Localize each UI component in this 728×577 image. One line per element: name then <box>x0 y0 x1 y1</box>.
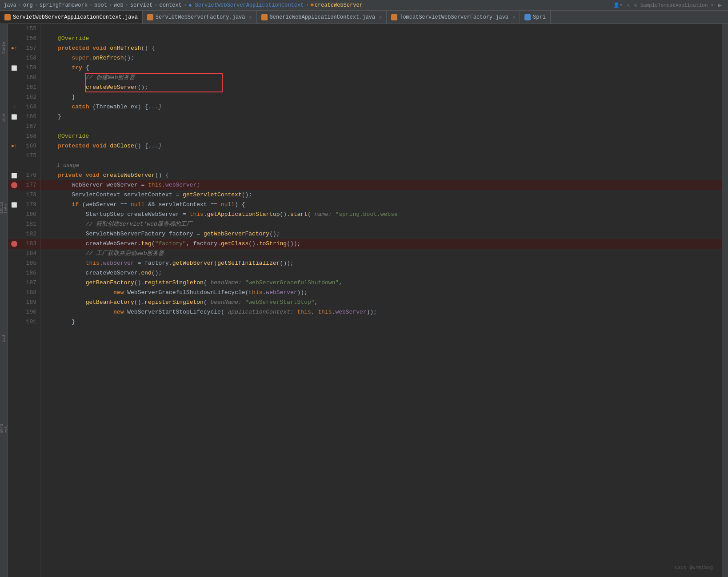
code-text <box>44 73 86 83</box>
comment: // 获取创建Servlet'web服务器的工厂 <box>86 219 192 229</box>
gutter-row <box>8 73 20 83</box>
tab-close-icon[interactable]: ✕ <box>379 15 382 20</box>
gutter-row <box>8 151 20 161</box>
keyword: void <box>92 141 106 151</box>
keyword: private <box>58 171 82 180</box>
tab-tomcat-servlet[interactable]: TomcatServletWebServerFactory.java ✕ <box>387 11 520 24</box>
type-name: ServletWebServerFactory <box>86 229 165 239</box>
gutter-row <box>8 259 20 268</box>
code-text: ex) { <box>127 102 148 112</box>
tab-servlet-web-server[interactable]: ServletWebServerApplicationContext.java <box>0 11 143 24</box>
breadcrumb-item[interactable]: boot <box>94 2 107 8</box>
tab-servlet-web-server-factory[interactable]: ServletWebServerFactory.java ✕ <box>143 11 257 24</box>
line-number: 181 <box>20 219 40 229</box>
tab-close-icon[interactable]: ✕ <box>249 15 252 20</box>
line-number-highlighted: 177 <box>20 180 40 190</box>
breadcrumb-item[interactable]: servlet <box>130 2 152 8</box>
code-line-189: getBeanFactory().registerSingleton( bean… <box>40 298 722 307</box>
tab-generic-web[interactable]: GenericWebApplicationContext.java ✕ <box>257 11 387 24</box>
method-call: getBeanFactory <box>86 298 134 307</box>
bookmark-icon: ⬜ <box>11 114 17 120</box>
toolbar-icon-cursor[interactable]: ↖ <box>627 2 630 8</box>
code-text <box>82 171 86 180</box>
breadcrumb-item[interactable]: org <box>23 2 33 8</box>
param-hint: applicationContext: <box>224 307 294 317</box>
keyword: this <box>297 307 311 317</box>
line-number: 169 <box>20 141 40 151</box>
keyword: null <box>221 200 235 210</box>
code-text: . <box>204 210 207 219</box>
param-hint: beanName: <box>207 298 242 307</box>
code-text <box>106 141 110 151</box>
code-line-166: } <box>40 112 722 122</box>
code-text <box>106 44 110 53</box>
breadcrumb-item[interactable]: java <box>4 2 16 8</box>
code-text: ( <box>204 278 207 288</box>
breakpoint-icon <box>11 182 17 188</box>
code-line-184: // 工厂获取并启动web服务器 <box>40 249 722 259</box>
field-name: webServer <box>103 259 134 268</box>
code-text: = factory. <box>134 259 172 268</box>
code-text: ( <box>152 239 155 249</box>
tab-icon-orange <box>147 14 153 20</box>
code-text <box>100 171 103 180</box>
gutter-row-highlighted <box>8 239 20 249</box>
keyword: protected <box>58 141 89 151</box>
tab-spri[interactable]: Spri <box>520 11 551 24</box>
breadcrumb-class[interactable]: ◆ ServletWebServerApplicationContext <box>188 2 304 8</box>
breakpoint-icon <box>11 241 17 247</box>
toolbar-run-icon[interactable]: ▶ <box>718 1 722 9</box>
code-text: . <box>263 288 266 298</box>
breadcrumb-item[interactable]: springframework <box>40 2 88 8</box>
code-text: (). <box>134 298 144 307</box>
method-call: registerSingleton <box>144 298 204 307</box>
code-line-179: if (webServer == null && servletContext … <box>40 200 722 210</box>
code-line-163: catch (Throwable ex) {...} <box>40 102 722 112</box>
breadcrumb-method[interactable]: createWebServer <box>315 2 363 8</box>
toolbar-app-label[interactable]: ✇ SampleTomcatApplication ▾ <box>634 2 713 8</box>
toolbar-icon-person[interactable]: 👤▾ <box>613 2 623 8</box>
code-line-157: protected void onRefresh() { <box>40 44 722 53</box>
fold-icon[interactable]: + <box>13 105 16 110</box>
code-line-169: protected void doClose() {...} <box>40 141 722 151</box>
line-number: 166 <box>20 112 40 122</box>
breadcrumb-item[interactable]: context <box>160 2 182 8</box>
method-name: onRefresh <box>110 44 141 53</box>
method-call: createWebServer <box>86 83 138 92</box>
code-text: (). <box>248 239 259 249</box>
code-text <box>44 44 58 53</box>
code-text: (); <box>269 229 280 239</box>
gutter-row: ⬜ <box>8 171 20 180</box>
left-label-itlis: ltLisleBe <box>0 202 8 214</box>
keyword: void <box>86 171 100 180</box>
code-line-183: createWebServer.tag("factory", factory.g… <box>40 239 722 249</box>
gutter-row <box>8 161 20 171</box>
bookmark-icon: ⬜ <box>11 202 17 208</box>
keyword: null <box>131 200 144 210</box>
code-line-186: createWebServer.end(); <box>40 268 722 278</box>
type-name: ServletContext <box>72 190 120 200</box>
keyword: this <box>148 180 162 190</box>
breadcrumb-sep: › <box>109 2 112 8</box>
code-text <box>44 141 58 151</box>
line-number: 191 <box>20 317 40 327</box>
code-text <box>89 44 92 53</box>
code-line-187: getBeanFactory().registerSingleton( bean… <box>40 278 722 288</box>
gutter-row: + <box>8 102 20 112</box>
code-text: createWebServer. <box>44 239 141 249</box>
line-number: 184 <box>20 249 40 259</box>
breadcrumb-item[interactable]: web <box>114 2 124 8</box>
code-text <box>124 307 127 317</box>
left-label-factory: ctor <box>2 113 6 123</box>
code-editor[interactable]: @Override protected void onRefresh() { s… <box>40 24 722 577</box>
code-text: . <box>162 180 165 190</box>
code-line-178: ServletContext servletContext = getServl… <box>40 190 722 200</box>
gutter-row <box>8 307 20 317</box>
arrow-up-icon: ●↑ <box>11 46 17 51</box>
code-text <box>44 200 72 210</box>
scrollbar[interactable] <box>722 24 728 577</box>
comment: // 创建Web服务器 <box>86 73 136 83</box>
type-name: StartupStep <box>86 210 124 219</box>
tab-close-icon[interactable]: ✕ <box>512 15 515 20</box>
line-number: 163 <box>20 102 40 112</box>
